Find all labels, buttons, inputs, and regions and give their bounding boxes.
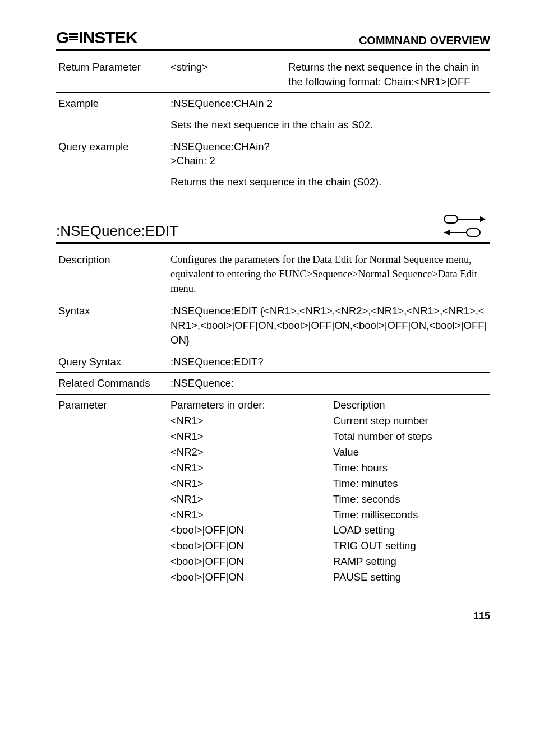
description-label: Description [56, 249, 168, 300]
query-example-label: Query example [56, 136, 168, 171]
param-item-left: <NR1> [170, 476, 333, 491]
param-item-left: <NR1> [170, 508, 333, 522]
example-desc: Sets the next sequence in the chain as S… [168, 114, 490, 136]
param-item-left: <bool>|OFF|ON [170, 523, 333, 537]
parameter-grid: Parameters in order: Description <NR1>Cu… [170, 398, 488, 585]
return-param-label: Return Parameter [56, 57, 168, 92]
param-item-left: <NR1> [170, 492, 333, 507]
query-syntax-text: :NSEQuence:EDIT? [168, 351, 490, 373]
param-head-left: Parameters in order: [170, 398, 333, 412]
related-commands-text: :NSEQuence: [168, 373, 490, 395]
svg-marker-2 [480, 216, 486, 222]
query-desc: Returns the next sequence in the chain (… [168, 171, 490, 193]
brand-logo: GINSTEK [56, 28, 137, 47]
param-item-left: <NR2> [170, 445, 333, 460]
param-item-right: LOAD setting [333, 523, 488, 537]
param-head-right: Description [333, 398, 488, 412]
param-item-right: Current step number [333, 414, 488, 428]
header-title: COMMNAND OVERVIEW [359, 34, 490, 47]
query-syntax-label: Query Syntax [56, 351, 168, 373]
related-commands-label: Related Commands [56, 373, 168, 395]
param-item-right: TRIG OUT setting [333, 539, 488, 553]
param-item-left: <NR1> [170, 461, 333, 475]
description-text: Configures the parameters for the Data E… [168, 249, 490, 300]
param-item-left: <NR1> [170, 414, 333, 428]
return-param-desc: Returns the next sequence in the chain i… [286, 57, 490, 92]
param-item-right: Value [333, 445, 488, 460]
param-item-right: Time: seconds [333, 492, 488, 507]
param-item-right: RAMP setting [333, 554, 488, 569]
param-item-right: Time: hours [333, 461, 488, 475]
page-number: 115 [56, 610, 490, 622]
page-header: GINSTEK COMMNAND OVERVIEW [56, 28, 490, 51]
param-item-left: <bool>|OFF|ON [170, 539, 333, 553]
query-cmd: :NSEQuence:CHAin? [170, 140, 488, 154]
section-heading-row: :NSEQuence:EDIT [56, 212, 490, 244]
return-param-type: <string> [168, 57, 286, 92]
syntax-label: Syntax [56, 300, 168, 351]
param-item-left: <NR1> [170, 429, 333, 444]
param-item-right: Total number of steps [333, 429, 488, 444]
svg-rect-0 [444, 215, 458, 223]
svg-rect-5 [467, 229, 480, 236]
section-title: :NSEQuence:EDIT [56, 222, 178, 240]
set-query-icon [440, 212, 490, 240]
syntax-text: :NSEQuence:EDIT {<NR1>,<NR1>,<NR2>,<NR1>… [168, 300, 490, 351]
param-item-left: <bool>|OFF|ON [170, 554, 333, 569]
param-item-right: PAUSE setting [333, 570, 488, 585]
definition-table-1: Return Parameter <string> Returns the ne… [56, 57, 490, 193]
example-cmd: :NSEQuence:CHAin 2 [168, 92, 490, 114]
definition-table-2: Description Configures the parameters fo… [56, 249, 490, 588]
example-label: Example [56, 92, 168, 114]
param-item-right: Time: minutes [333, 476, 488, 491]
param-item-right: Time: milliseconds [333, 508, 488, 522]
svg-marker-4 [444, 230, 450, 235]
parameter-label: Parameter [56, 395, 168, 588]
query-response: >Chain: 2 [170, 154, 488, 168]
param-item-left: <bool>|OFF|ON [170, 570, 333, 585]
